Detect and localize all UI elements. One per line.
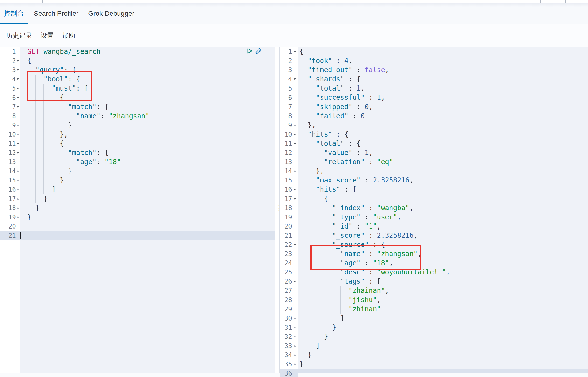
fold-open-icon[interactable] [17,69,19,72]
menu-settings[interactable]: 设置 [41,31,54,40]
fold-close-icon[interactable] [294,334,296,337]
response-code-line[interactable]: { [298,47,588,56]
request-code-line[interactable]: "age": "18" [19,157,275,166]
fold-open-icon[interactable] [294,143,296,146]
response-code-line[interactable]: "zhainan", [298,286,588,295]
response-code-line[interactable]: }, [298,166,588,176]
response-code-line[interactable]: "total" : { [298,139,588,148]
fold-close-icon[interactable] [294,344,296,347]
fold-close-icon[interactable] [17,215,19,218]
panel-resizer[interactable]: ⋮ [275,47,279,373]
response-code-line[interactable]: "desc" : "woyouhuilaile! ", [298,268,588,277]
response-code-line[interactable]: ] [298,341,588,351]
fold-close-icon[interactable] [294,362,296,365]
fold-open-icon[interactable] [17,152,19,155]
fold-open-icon[interactable] [294,244,296,247]
fold-close-icon[interactable] [17,132,19,135]
response-code-line[interactable]: { [298,194,588,203]
response-code-line[interactable]: "tags" : [ [298,277,588,286]
request-code-line[interactable]: "bool": { [19,75,275,84]
fold-close-icon[interactable] [294,123,296,126]
request-code-line[interactable]: } [19,213,275,222]
request-code-line[interactable]: } [19,203,275,213]
request-code-line[interactable]: ] [19,185,275,194]
fold-close-icon[interactable] [17,206,19,209]
tab-console[interactable]: 控制台 [0,3,28,24]
response-code-line[interactable]: "zhinan" [298,305,588,314]
request-code-line[interactable]: }, [19,130,275,139]
fold-open-icon[interactable] [17,143,19,146]
request-code-line[interactable]: } [19,166,275,176]
fold-open-icon[interactable] [294,198,296,201]
fold-open-icon[interactable] [17,106,19,109]
response-code-line[interactable]: "relation" : "eq" [298,157,588,166]
response-code-line[interactable]: "_shards" : { [298,75,588,84]
fold-close-icon[interactable] [294,353,296,356]
response-code-line[interactable]: "total" : 1, [298,84,588,93]
fold-close-icon[interactable] [17,123,19,126]
run-request-play-icon[interactable] [246,47,253,54]
response-code-line[interactable]: "age" : "18", [298,259,588,268]
request-code-line[interactable]: "must": [ [19,84,275,93]
response-code-line[interactable]: } [298,332,588,341]
menu-history[interactable]: 历史记录 [6,31,32,40]
request-code-line[interactable]: GET wangba/_search [19,47,275,56]
request-editor-content[interactable]: GET wangba/_search{ "query": { "bool": {… [19,47,275,373]
fold-close-icon[interactable] [17,169,19,172]
response-code-line[interactable]: "timed_out" : false, [298,65,588,75]
response-editor-content[interactable]: { "took" : 4, "timed_out" : false, "_sha… [298,47,588,373]
response-code-line[interactable]: "hits" : { [298,130,588,139]
response-code-line[interactable]: "failed" : 0 [298,111,588,121]
request-code-line[interactable]: { [19,56,275,65]
response-code-line[interactable]: "_index" : "wangba", [298,203,588,213]
tab-search-profiler[interactable]: Search Profiler [30,3,82,24]
request-code-line[interactable] [19,222,275,231]
request-code-line[interactable]: "query": { [19,65,275,75]
response-code-line[interactable]: ] [298,314,588,323]
request-code-line[interactable]: } [19,176,275,185]
response-code-line[interactable]: "max_score" : 2.3258216, [298,176,588,185]
fold-open-icon[interactable] [17,88,19,91]
request-code-line[interactable]: } [19,121,275,130]
response-code-line[interactable]: } [298,351,588,360]
fold-open-icon[interactable] [294,51,296,54]
fold-close-icon[interactable] [17,197,19,200]
response-code-line[interactable]: "_type" : "user", [298,213,588,222]
fold-open-icon[interactable] [17,97,19,100]
response-code-line[interactable]: "name" : "zhangsan", [298,249,588,259]
fold-open-icon[interactable] [294,281,296,283]
response-code-line[interactable]: }, [298,121,588,130]
request-code-line[interactable]: } [19,194,275,203]
response-code-line[interactable]: "_source" : { [298,240,588,249]
response-code-line[interactable]: "_id" : "1", [298,222,588,231]
tab-grok-debugger[interactable]: Grok Debugger [84,3,138,24]
response-code-line[interactable]: "hits" : [ [298,185,588,194]
response-code-line[interactable]: "jishu", [298,295,588,305]
request-editor[interactable]: 123456789101112131415161718192021 GET wa… [0,47,275,373]
fold-close-icon[interactable] [294,316,296,319]
response-code-line[interactable]: } [298,323,588,332]
response-code-line[interactable]: "_score" : 2.3258216, [298,231,588,240]
response-code-line[interactable]: } [298,360,588,369]
fold-close-icon[interactable] [294,325,296,328]
menu-help[interactable]: 帮助 [62,31,75,40]
request-code-line[interactable]: { [19,139,275,148]
request-code-line[interactable]: { [19,93,275,102]
response-code-line[interactable] [298,369,588,373]
request-code-line[interactable] [19,231,275,240]
request-options-wrench-icon[interactable] [255,47,262,54]
fold-close-icon[interactable] [294,169,296,172]
response-code-line[interactable]: "successful" : 1, [298,93,588,102]
fold-open-icon[interactable] [17,60,19,63]
fold-close-icon[interactable] [17,187,19,190]
response-code-line[interactable]: "took" : 4, [298,56,588,65]
request-code-line[interactable]: "match": { [19,148,275,157]
response-code-line[interactable]: "skipped" : 0, [298,102,588,111]
response-code-line[interactable]: "value" : 1, [298,148,588,157]
fold-open-icon[interactable] [17,78,19,81]
request-code-line[interactable]: "match": { [19,102,275,111]
fold-open-icon[interactable] [294,78,296,81]
response-editor[interactable]: 1234567891011121314151617181920212223242… [279,47,588,373]
fold-open-icon[interactable] [294,189,296,192]
request-code-line[interactable]: "name": "zhangsan" [19,111,275,121]
